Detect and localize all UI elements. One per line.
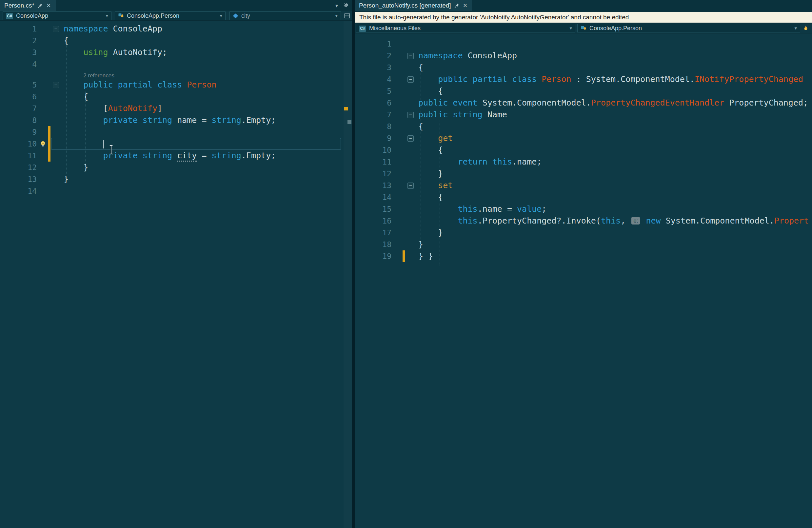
scrollbar-caret-mark[interactable] — [347, 120, 351, 124]
type-dropdown-label: ConsoleApp.Person — [590, 25, 642, 32]
project-dropdown[interactable]: C# ConsoleApp ▾ — [3, 12, 112, 20]
code-line[interactable]: 7 [AutoNotify] — [0, 103, 352, 114]
code-line[interactable]: 9− get — [355, 132, 812, 144]
code-line[interactable]: 10 — [0, 138, 352, 150]
fold-margin — [51, 35, 60, 46]
code-editor-left[interactable]: 1−namespace ConsoleApp2{3 using AutoNoti… — [0, 21, 352, 528]
code-line[interactable]: 1 — [355, 38, 812, 50]
code-line[interactable]: 12 } — [0, 162, 352, 173]
code-text: set — [415, 180, 812, 191]
type-dropdown[interactable]: ConsoleApp.Person ▾ — [115, 12, 226, 20]
code-line[interactable]: 4− public partial class Person : System.… — [355, 73, 812, 85]
code-text: } — [415, 168, 812, 180]
tabstrip-left: Person.cs* × ▾ — [0, 0, 352, 11]
tab-person-cs[interactable]: Person.cs* × — [0, 0, 56, 11]
code-line[interactable]: 12 } — [355, 168, 812, 180]
code-line[interactable]: 16 this.PropertyChanged?.Invoke(this, e:… — [355, 215, 812, 227]
glyph-margin — [393, 121, 402, 132]
change-margin — [47, 173, 51, 185]
code-text — [60, 126, 341, 138]
code-line[interactable]: 13− set — [355, 180, 812, 191]
class-icon — [581, 25, 586, 32]
text-caret — [103, 140, 104, 148]
fold-collapse-marker[interactable]: − — [53, 26, 59, 32]
code-editor-right[interactable]: 12−namespace ConsoleApp3{4− public parti… — [355, 33, 812, 528]
line-number: 7 — [0, 103, 39, 114]
pin-icon[interactable] — [454, 3, 460, 9]
code-line[interactable]: 1−namespace ConsoleApp — [0, 23, 352, 35]
code-line[interactable]: 3{ — [355, 62, 812, 73]
code-line[interactable]: 10 { — [355, 144, 812, 156]
code-line[interactable]: 2−namespace ConsoleApp — [355, 50, 812, 62]
line-number: 12 — [0, 162, 39, 173]
project-dropdown[interactable]: C# Miscellaneous Files ▾ — [356, 24, 575, 32]
change-margin — [402, 109, 406, 121]
code-text: { — [415, 121, 812, 132]
fold-collapse-marker[interactable]: − — [53, 82, 59, 88]
flame-icon[interactable] — [803, 25, 809, 31]
chevron-down-icon: ▾ — [220, 13, 222, 19]
line-number: 7 — [355, 109, 393, 121]
tab-title: Person_autoNotify.cs [generated] — [359, 2, 451, 9]
code-line[interactable]: 19} } — [355, 250, 812, 262]
fold-margin — [406, 85, 415, 97]
line-number: 11 — [0, 150, 39, 162]
code-line[interactable]: 15 this.name = value; — [355, 203, 812, 215]
code-line[interactable]: 3 using AutoNotify; — [0, 46, 352, 58]
fold-collapse-marker[interactable]: − — [407, 76, 414, 83]
code-line[interactable]: 14 — [0, 185, 352, 197]
code-line[interactable]: 4 — [0, 58, 352, 70]
lightbulb-icon[interactable] — [39, 138, 47, 150]
code-line[interactable]: 17 } — [355, 227, 812, 239]
split-window-icon[interactable] — [344, 13, 350, 18]
close-icon[interactable]: × — [46, 2, 52, 9]
code-line[interactable]: 6 { — [0, 91, 352, 103]
fold-collapse-marker[interactable]: − — [407, 135, 414, 142]
tab-person-autonotify-generated[interactable]: Person_autoNotify.cs [generated] × — [355, 0, 472, 11]
code-line[interactable]: 18} — [355, 239, 812, 250]
project-dropdown-label: Miscellaneous Files — [369, 25, 421, 32]
code-line[interactable]: 9 — [0, 126, 352, 138]
code-line[interactable]: 2{ — [0, 35, 352, 46]
fold-collapse-marker[interactable]: − — [407, 53, 414, 59]
line-number: 2 — [355, 50, 393, 62]
vertical-scrollbar[interactable] — [344, 21, 352, 528]
member-dropdown[interactable]: city ▾ — [230, 12, 341, 20]
fold-collapse-marker[interactable]: − — [407, 182, 414, 189]
code-line[interactable]: 5− public partial class Person — [0, 79, 352, 91]
fold-margin — [406, 38, 415, 50]
code-line[interactable]: 8{ — [355, 121, 812, 132]
change-margin — [47, 114, 51, 126]
code-line[interactable]: 11 private string city = string.Empty; — [0, 150, 352, 162]
change-margin — [402, 50, 406, 62]
close-icon[interactable]: × — [463, 2, 468, 9]
codelens-row[interactable]: 2 references — [0, 70, 352, 79]
fold-collapse-marker[interactable]: − — [407, 112, 414, 118]
line-number: 12 — [355, 168, 393, 180]
line-number: 9 — [355, 132, 393, 144]
code-line[interactable]: 14 { — [355, 191, 812, 203]
code-text: return this.name; — [415, 156, 812, 168]
code-line[interactable]: 5 { — [355, 85, 812, 97]
code-line[interactable]: 6public event System.ComponentModel.Prop… — [355, 97, 812, 109]
settings-gear-icon[interactable] — [343, 2, 349, 9]
tab-list-chevron-icon[interactable]: ▾ — [335, 3, 338, 9]
code-line[interactable]: 11 return this.name; — [355, 156, 812, 168]
glyph-margin — [39, 185, 47, 197]
fold-margin — [406, 97, 415, 109]
type-dropdown[interactable]: ConsoleApp.Person ▾ — [577, 24, 800, 32]
change-indicator — [47, 150, 51, 162]
code-text — [60, 185, 341, 197]
code-line[interactable]: 8 private string name = string.Empty; — [0, 114, 352, 126]
line-number: 19 — [355, 250, 393, 262]
pin-icon[interactable] — [38, 3, 43, 9]
pane-splitter[interactable] — [352, 0, 355, 528]
change-margin — [402, 156, 406, 168]
glyph-margin — [393, 85, 402, 97]
code-line[interactable]: 7−public string Name — [355, 109, 812, 121]
fold-margin — [406, 250, 415, 262]
change-margin — [402, 73, 406, 85]
code-line[interactable]: 13} — [0, 173, 352, 185]
change-margin — [402, 191, 406, 203]
code-text: 2 references — [60, 70, 341, 79]
